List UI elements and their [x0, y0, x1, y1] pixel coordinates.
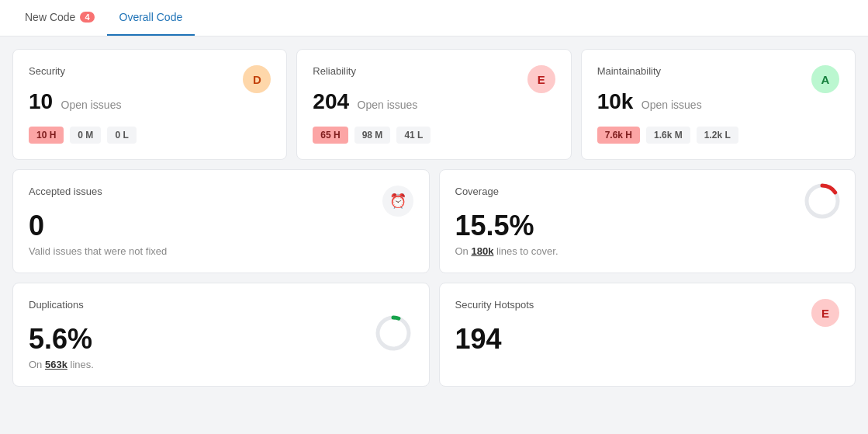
reliability-severity-row: 65 H 98 M 41 L	[313, 127, 555, 144]
tab-new-code-label: New Code	[25, 11, 75, 23]
reliability-medium[interactable]: 98 M	[354, 127, 391, 144]
maintainability-high[interactable]: 7.6k H	[597, 127, 640, 144]
security-low[interactable]: 0 L	[107, 127, 136, 144]
reliability-value: 204	[313, 89, 349, 113]
accepted-issues-title: Accepted issues	[29, 186, 413, 197]
security-high[interactable]: 10 H	[29, 127, 64, 144]
duplications-title: Duplications	[29, 299, 413, 311]
reliability-low[interactable]: 41 L	[396, 127, 431, 144]
reliability-label: Open issues	[358, 99, 418, 111]
security-card: Security D 10 Open issues 10 H 0 M 0 L	[12, 49, 287, 160]
coverage-card: Coverage 15.5% On 180k lines to cover.	[439, 169, 856, 273]
accepted-issues-value: 0	[29, 210, 413, 242]
maintainability-low[interactable]: 1.2k L	[697, 127, 738, 144]
metrics-row-2: Accepted issues ⏰ 0 Valid issues that we…	[12, 169, 856, 273]
maintainability-title: Maintainability	[597, 65, 839, 77]
metrics-row-3: Duplications 5.6% On 563k lines. Securit…	[12, 283, 856, 387]
security-hotspots-value: 194	[455, 323, 840, 356]
tab-overall-code-label: Overall Code	[119, 11, 183, 23]
duplications-sub-prefix: On	[29, 359, 42, 370]
security-hotspots-title: Security Hotspots	[455, 299, 840, 311]
security-hotspots-badge: E	[811, 299, 839, 327]
security-title: Security	[29, 65, 271, 77]
tab-new-code[interactable]: New Code 4	[12, 0, 107, 36]
maintainability-card: Maintainability A 10k Open issues 7.6k H…	[581, 49, 856, 160]
coverage-donut	[802, 181, 842, 224]
accepted-issues-sub: Valid issues that were not fixed	[29, 245, 413, 257]
reliability-card: Reliability E 204 Open issues 65 H 98 M …	[296, 49, 571, 160]
reliability-high[interactable]: 65 H	[313, 127, 348, 144]
duplications-sub-suffix: lines.	[71, 359, 94, 370]
duplications-sub-link[interactable]: 563k	[45, 359, 67, 370]
coverage-sub-prefix: On	[455, 245, 469, 257]
tab-bar: New Code 4 Overall Code	[0, 0, 868, 36]
main-content: Security D 10 Open issues 10 H 0 M 0 L R…	[0, 36, 868, 399]
security-hotspots-card: Security Hotspots E 194	[439, 283, 856, 387]
security-value: 10	[29, 89, 53, 113]
maintainability-medium[interactable]: 1.6k M	[646, 127, 690, 144]
duplications-donut	[373, 313, 413, 356]
metrics-row-1: Security D 10 Open issues 10 H 0 M 0 L R…	[12, 49, 856, 160]
maintainability-badge: A	[811, 65, 839, 93]
maintainability-severity-row: 7.6k H 1.6k M 1.2k L	[597, 127, 839, 144]
duplications-sub: On 563k lines.	[29, 359, 413, 370]
coverage-sub-suffix: lines to cover.	[496, 245, 558, 257]
security-severity-row: 10 H 0 M 0 L	[29, 127, 271, 144]
tab-overall-code[interactable]: Overall Code	[107, 0, 195, 36]
duplications-value: 5.6%	[29, 323, 413, 356]
alarm-icon: ⏰	[382, 186, 413, 217]
security-label: Open issues	[61, 99, 122, 111]
svg-point-3	[378, 318, 409, 349]
duplications-card: Duplications 5.6% On 563k lines.	[12, 283, 430, 387]
coverage-title: Coverage	[455, 186, 840, 197]
coverage-value: 15.5%	[455, 210, 840, 242]
maintainability-value: 10k	[597, 89, 634, 113]
maintainability-label: Open issues	[641, 99, 702, 111]
security-medium[interactable]: 0 M	[70, 127, 101, 144]
reliability-title: Reliability	[313, 65, 555, 77]
reliability-badge: E	[527, 65, 555, 93]
tab-new-code-badge: 4	[80, 12, 94, 23]
accepted-issues-card: Accepted issues ⏰ 0 Valid issues that we…	[12, 169, 430, 273]
coverage-sub: On 180k lines to cover.	[455, 245, 840, 257]
coverage-sub-link[interactable]: 180k	[471, 245, 493, 257]
